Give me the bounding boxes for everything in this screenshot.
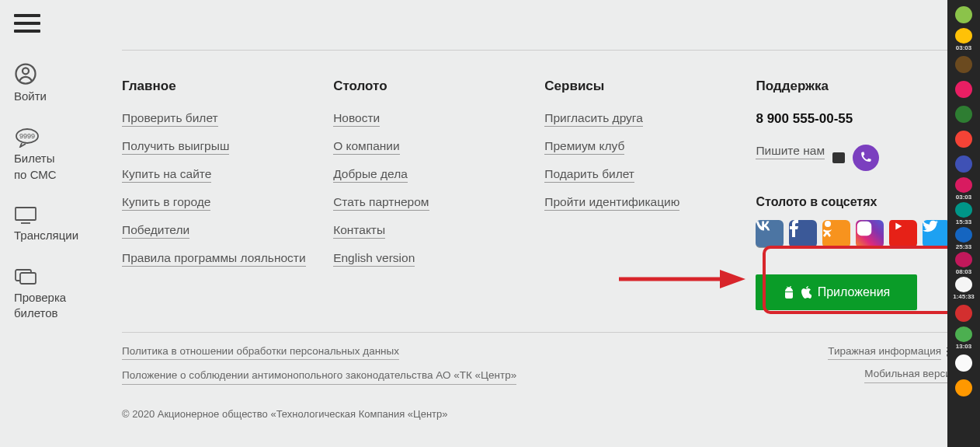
link-check-ticket[interactable]: Проверить билет — [122, 111, 218, 127]
check-tickets-button[interactable]: Проверка билетов — [14, 267, 105, 322]
link-invite[interactable]: Пригласить друга — [544, 111, 642, 127]
social-title: Столото в соцсетях — [756, 195, 957, 209]
link-buy-city[interactable]: Купить в городе — [122, 195, 210, 211]
right-widget-bar: 03:0303:0315:3325:3308:031:45:3313:03 — [947, 0, 980, 447]
youtube-button[interactable] — [889, 220, 917, 248]
monitor-icon — [14, 206, 105, 225]
lottery-widget[interactable] — [951, 376, 976, 400]
support-phone: 8 900 555-00-55 — [756, 111, 957, 127]
left-sidebar: Войти 9999 Билеты по СМС Трансляции Пров… — [0, 0, 105, 447]
link-loyalty[interactable]: Правила программы лояльности — [122, 251, 306, 267]
check-label-2: билетов — [14, 306, 58, 320]
android-icon — [784, 286, 794, 299]
chat-icon — [832, 152, 845, 163]
main-content: Главное Проверить билет Получить выигрыш… — [105, 0, 980, 447]
col-main-title: Главное — [122, 79, 333, 94]
login-label: Войти — [14, 89, 47, 103]
footer-col-services: Сервисы Пригласить друга Премиум клуб По… — [544, 79, 756, 310]
facebook-button[interactable] — [789, 220, 817, 248]
col-support-title: Поддержка — [756, 79, 957, 94]
antimonopoly-link[interactable]: Положение о соблюдении антимонопольного … — [122, 368, 516, 384]
lottery-widget[interactable] — [951, 127, 976, 151]
svg-rect-7 — [20, 273, 36, 284]
instagram-button[interactable] — [856, 220, 884, 248]
ok-button[interactable] — [822, 220, 850, 248]
apps-button[interactable]: Приложения — [756, 274, 917, 310]
write-us-link[interactable]: Пишите нам — [756, 144, 825, 159]
svg-rect-4 — [16, 208, 36, 220]
lottery-widget[interactable] — [951, 351, 976, 375]
link-news[interactable]: Новости — [333, 111, 380, 127]
link-about[interactable]: О компании — [333, 139, 400, 155]
link-good-deeds[interactable]: Добрые дела — [333, 167, 408, 183]
svg-point-14 — [868, 224, 870, 225]
lottery-widget[interactable]: 08:03 — [951, 252, 976, 275]
svg-text:9999: 9999 — [19, 132, 35, 140]
user-icon — [14, 62, 105, 86]
lottery-widget[interactable]: 25:33 — [951, 227, 976, 250]
lottery-widget[interactable]: 13:03 — [951, 327, 976, 350]
vk-button[interactable] — [756, 220, 784, 248]
link-gift[interactable]: Подарить билет — [544, 167, 634, 183]
svg-point-1 — [23, 68, 29, 74]
link-partner[interactable]: Стать партнером — [333, 195, 429, 211]
copyright: © 2020 Акционерное общество «Технологиче… — [122, 408, 516, 420]
lottery-widget[interactable]: 15:33 — [951, 202, 976, 225]
link-get-winnings[interactable]: Получить выигрыш — [122, 139, 229, 155]
broadcast-button[interactable]: Трансляции — [14, 206, 105, 243]
sms-tickets-button[interactable]: 9999 Билеты по СМС — [14, 127, 105, 183]
footer-col-main: Главное Проверить билет Получить выигрыш… — [122, 79, 333, 310]
lottery-widget[interactable]: 03:03 — [951, 177, 976, 201]
link-premium[interactable]: Премиум клуб — [544, 139, 624, 155]
apple-icon — [801, 286, 811, 299]
col-stoloto-title: Столото — [333, 79, 544, 94]
mobile-link[interactable]: Мобильная версия — [864, 366, 957, 382]
svg-point-13 — [862, 225, 867, 231]
footer-col-stoloto: Столото Новости О компании Добрые дела С… — [333, 79, 544, 310]
link-winners[interactable]: Победители — [122, 223, 189, 239]
check-label-1: Проверка — [14, 291, 66, 304]
lottery-widget[interactable] — [951, 103, 976, 126]
lottery-widget[interactable]: 1:45:33 — [951, 277, 976, 300]
svg-point-11 — [825, 221, 831, 227]
link-buy-online[interactable]: Купить на сайте — [122, 167, 211, 183]
footer-col-support: Поддержка 8 900 555-00-55 Пишите нам Сто… — [756, 79, 957, 310]
lottery-widget[interactable] — [951, 78, 976, 101]
tickets-label-2: по СМС — [14, 168, 57, 181]
bottom-bar: Политика в отношении обработки персональ… — [122, 332, 957, 420]
chat-bubble-icon: 9999 — [14, 127, 105, 148]
lottery-widget[interactable]: 03:03 — [951, 28, 976, 51]
privacy-link[interactable]: Политика в отношении обработки персональ… — [122, 344, 399, 360]
rss-link[interactable]: Тиражная информация — [828, 344, 941, 360]
broadcast-label: Трансляции — [14, 229, 78, 242]
menu-button[interactable] — [14, 14, 40, 33]
login-button[interactable]: Войти — [14, 62, 105, 104]
col-services-title: Сервисы — [544, 79, 756, 94]
lottery-widget[interactable] — [951, 53, 976, 76]
lottery-widget[interactable] — [951, 302, 976, 325]
tickets-label-1: Билеты — [14, 152, 54, 165]
lottery-widget[interactable] — [951, 152, 976, 176]
viber-button[interactable] — [853, 145, 879, 171]
social-row — [756, 220, 957, 260]
apps-label: Приложения — [818, 285, 891, 299]
lottery-widget[interactable] — [951, 3, 976, 26]
link-contacts[interactable]: Контакты — [333, 223, 385, 239]
link-english[interactable]: English version — [333, 251, 415, 267]
link-identify[interactable]: Пройти идентификацию — [544, 195, 679, 211]
ticket-icon — [14, 267, 105, 287]
